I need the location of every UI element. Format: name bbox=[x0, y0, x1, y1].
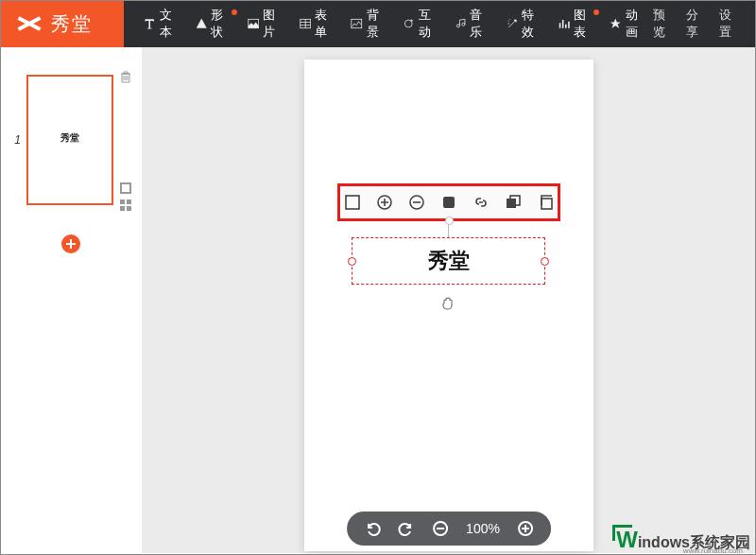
context-toolbar bbox=[337, 183, 560, 221]
watermark-sub: www.ruihadu.com bbox=[683, 546, 743, 555]
redo-button[interactable] bbox=[398, 520, 415, 537]
logo-text: 秀堂 bbox=[51, 11, 93, 37]
svg-rect-10 bbox=[346, 196, 359, 209]
resize-handle-left[interactable] bbox=[348, 257, 356, 266]
add-page-button[interactable] bbox=[60, 233, 82, 255]
nav-table[interactable]: 表单 bbox=[291, 0, 343, 47]
link-tool[interactable] bbox=[472, 194, 490, 211]
page-thumbnail[interactable]: 秀堂 bbox=[26, 75, 113, 205]
layer-tool[interactable] bbox=[505, 194, 522, 211]
svg-rect-7 bbox=[120, 206, 125, 211]
plus-circle-icon bbox=[60, 233, 82, 255]
nav-settings[interactable]: 设置 bbox=[719, 7, 739, 41]
toolbar-stem bbox=[448, 220, 449, 237]
main-area: 1 秀堂 bbox=[0, 47, 756, 553]
nav-animation[interactable]: 动画 bbox=[601, 0, 653, 47]
layout-icon[interactable] bbox=[119, 182, 132, 195]
app-logo[interactable]: 秀堂 bbox=[0, 0, 124, 47]
frame-tool[interactable] bbox=[344, 194, 361, 211]
nav-effect[interactable]: 特效 bbox=[498, 0, 550, 47]
text-icon bbox=[144, 16, 156, 31]
thumb-actions bbox=[119, 70, 132, 212]
undo-button[interactable] bbox=[364, 520, 381, 537]
top-toolbar: 秀堂 文本 形状 图片 表单 背景 互动 音乐 特效 图表 动画 预览 分享 设… bbox=[0, 0, 756, 47]
table-icon bbox=[300, 16, 312, 31]
star-icon bbox=[610, 16, 622, 31]
nav-text[interactable]: 文本 bbox=[135, 0, 187, 47]
zoom-out-tool[interactable] bbox=[408, 194, 425, 211]
zoom-level[interactable]: 100% bbox=[466, 521, 500, 536]
nav-preview[interactable]: 预览 bbox=[653, 7, 673, 41]
nav-chart[interactable]: 图表 bbox=[550, 0, 602, 47]
zoom-in-button[interactable] bbox=[517, 520, 534, 537]
zoom-controls: 100% bbox=[347, 512, 551, 546]
nav-shape[interactable]: 形状 bbox=[187, 0, 239, 47]
music-icon bbox=[455, 16, 467, 31]
canvas-page[interactable]: 秀堂 bbox=[304, 60, 593, 551]
zoom-out-button[interactable] bbox=[432, 520, 449, 537]
page-thumb-row: 1 秀堂 bbox=[9, 68, 132, 212]
watermark-prefix: W bbox=[616, 527, 638, 553]
image-icon bbox=[248, 16, 260, 31]
effect-icon bbox=[507, 16, 519, 31]
thumbnail-text: 秀堂 bbox=[28, 131, 112, 145]
nav-image[interactable]: 图片 bbox=[239, 0, 291, 47]
svg-rect-8 bbox=[127, 206, 131, 211]
badge-dot bbox=[232, 9, 237, 15]
nav-interact[interactable]: 互动 bbox=[394, 0, 446, 47]
svg-rect-5 bbox=[120, 199, 125, 204]
nav-music[interactable]: 音乐 bbox=[446, 0, 498, 47]
nav-right: 预览 分享 设置 bbox=[653, 7, 756, 41]
svg-rect-16 bbox=[541, 199, 552, 209]
svg-rect-13 bbox=[443, 197, 455, 208]
nav-background[interactable]: 背景 bbox=[342, 0, 394, 47]
watermark: Windows系统家园 www.ruihadu.com bbox=[616, 527, 750, 553]
selected-text-box[interactable]: 秀堂 bbox=[352, 237, 545, 285]
badge-dot bbox=[593, 9, 599, 15]
shape-icon bbox=[196, 16, 208, 31]
chart-icon bbox=[558, 16, 571, 31]
background-icon bbox=[351, 16, 363, 31]
main-nav: 文本 形状 图片 表单 背景 互动 音乐 特效 图表 动画 bbox=[124, 0, 653, 47]
page-number: 1 bbox=[9, 133, 21, 147]
grid-icon[interactable] bbox=[119, 199, 132, 212]
logo-icon bbox=[17, 13, 42, 34]
svg-rect-4 bbox=[122, 184, 129, 192]
nav-share[interactable]: 分享 bbox=[686, 7, 706, 41]
text-content: 秀堂 bbox=[428, 247, 470, 275]
grab-cursor-icon bbox=[439, 294, 458, 313]
svg-rect-6 bbox=[127, 199, 131, 204]
pages-sidebar: 1 秀堂 bbox=[0, 47, 142, 553]
zoom-in-tool[interactable] bbox=[376, 194, 393, 211]
canvas-area: 秀堂 100% bbox=[142, 47, 756, 553]
interact-icon bbox=[403, 16, 415, 31]
copy-tool[interactable] bbox=[537, 194, 554, 211]
fill-tool[interactable] bbox=[440, 194, 457, 211]
svg-rect-14 bbox=[507, 199, 516, 208]
delete-page-icon[interactable] bbox=[119, 70, 132, 83]
resize-handle-right[interactable] bbox=[541, 257, 549, 266]
